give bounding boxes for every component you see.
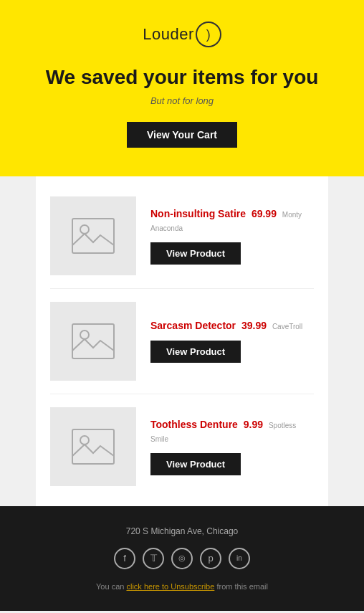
- unsubscribe-text: You can click here to Unsubscribe from t…: [14, 582, 350, 591]
- products-section: Non-insulting Satire 69.99 Monty Anacond…: [36, 176, 328, 506]
- product-price: 39.99: [241, 320, 267, 331]
- product-name-line: Non-insulting Satire 69.99 Monty Anacond…: [150, 207, 314, 235]
- product-price: 69.99: [252, 208, 277, 219]
- hero-subtitle: But not for long: [14, 95, 350, 106]
- product-price: 9.99: [244, 419, 263, 430]
- hero-title: We saved your items for you: [14, 65, 350, 90]
- view-cart-button[interactable]: View Your Cart: [127, 122, 237, 148]
- product-row: Sarcasm Detector 39.99 CaveTroll View Pr…: [50, 289, 314, 394]
- product-name-line: Toothless Denture 9.99 Spotless Smile: [150, 418, 314, 446]
- product-info: Sarcasm Detector 39.99 CaveTroll View Pr…: [150, 319, 314, 363]
- linkedin-icon[interactable]: in: [229, 548, 250, 569]
- hero-section: Louder ) We saved your items for you But…: [0, 0, 364, 176]
- footer-address: 720 S Michigan Ave, Chicago: [14, 526, 350, 536]
- svg-point-1: [80, 225, 89, 234]
- logo-text: Louder: [143, 25, 194, 44]
- logo-area: Louder ): [14, 22, 350, 47]
- product-image: [50, 407, 136, 486]
- logo-paren: ): [196, 22, 221, 47]
- svg-point-3: [80, 331, 89, 339]
- unsubscribe-text-before: You can: [96, 582, 126, 591]
- product-name: Non-insulting Satire: [150, 208, 246, 219]
- twitter-icon[interactable]: 𝕋: [143, 548, 164, 569]
- pinterest-icon[interactable]: p: [200, 548, 221, 569]
- product-name: Toothless Denture: [150, 419, 238, 430]
- product-row: Toothless Denture 9.99 Spotless Smile Vi…: [50, 394, 314, 499]
- facebook-icon[interactable]: f: [114, 548, 135, 569]
- instagram-icon[interactable]: ◎: [171, 548, 193, 569]
- unsubscribe-text-after: from this email: [214, 582, 268, 591]
- product-row: Non-insulting Satire 69.99 Monty Anacond…: [50, 184, 314, 289]
- view-product-button-2[interactable]: View Product: [150, 341, 241, 363]
- view-product-button-1[interactable]: View Product: [150, 242, 241, 265]
- svg-rect-2: [72, 324, 114, 358]
- social-icons-row: f 𝕋 ◎ p in: [14, 548, 350, 569]
- unsubscribe-link[interactable]: click here to Unsubscribe: [126, 582, 214, 591]
- product-image: [50, 196, 136, 275]
- view-product-button-3[interactable]: View Product: [150, 453, 241, 475]
- product-info: Non-insulting Satire 69.99 Monty Anacond…: [150, 207, 314, 265]
- product-name: Sarcasm Detector: [150, 320, 236, 331]
- product-image: [50, 302, 136, 381]
- product-brand: CaveTroll: [272, 323, 302, 331]
- product-info: Toothless Denture 9.99 Spotless Smile Vi…: [150, 418, 314, 475]
- product-name-line: Sarcasm Detector 39.99 CaveTroll: [150, 319, 314, 333]
- svg-point-5: [80, 436, 89, 445]
- footer: 720 S Michigan Ave, Chicago f 𝕋 ◎ p in Y…: [0, 506, 364, 611]
- svg-rect-0: [72, 219, 114, 253]
- svg-rect-4: [72, 429, 114, 464]
